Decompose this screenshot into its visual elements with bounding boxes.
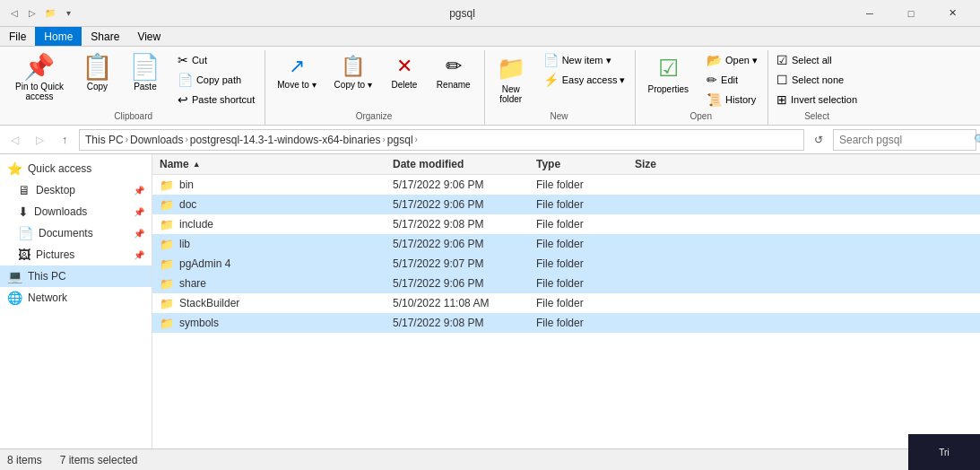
file-name-cell: 📁 share — [152, 277, 386, 291]
status-bar: 8 items 7 items selected — [0, 448, 980, 470]
history-button[interactable]: 📜 History — [702, 90, 762, 109]
delete-label: Delete — [391, 80, 417, 90]
paste-shortcut-button[interactable]: ↩ Paste shortcut — [173, 90, 259, 109]
table-row[interactable]: 📁 include 5/17/2022 9:08 PM File folder — [152, 214, 980, 234]
col-size[interactable]: Size — [628, 158, 699, 170]
sidebar-item-pictures[interactable]: 🖼 Pictures 📌 — [0, 244, 152, 265]
copy-to-label: Copy to ▾ — [334, 80, 372, 90]
breadcrumb-postgres[interactable]: postgresql-14.3-1-windows-x64-binaries — [190, 134, 381, 146]
search-box[interactable]: 🔍 — [833, 129, 976, 151]
open-label: Open — [639, 109, 762, 125]
edit-label: Edit — [721, 74, 738, 85]
select-all-icon: ☑ — [776, 53, 788, 67]
col-date[interactable]: Date modified — [386, 158, 529, 170]
quick-access-icon: ⭐ — [7, 161, 22, 176]
pin-label: Pin to Quickaccess — [15, 82, 64, 101]
up-button[interactable]: ↑ — [54, 129, 75, 151]
sidebar-item-this-pc[interactable]: 💻 This PC — [0, 265, 152, 287]
invert-selection-button[interactable]: ⊞ Invert selection — [772, 90, 862, 109]
new-folder-icon: 📁 — [497, 55, 525, 83]
table-row[interactable]: 📁 pgAdmin 4 5/17/2022 9:07 PM File folde… — [152, 254, 980, 274]
table-row[interactable]: 📁 lib 5/17/2022 9:06 PM File folder — [152, 234, 980, 254]
pin-quick-access-button[interactable]: 📌 Pin to Quickaccess — [7, 50, 72, 106]
file-type-cell: File folder — [529, 178, 628, 191]
back-icon: ◁ — [7, 6, 22, 21]
delete-button[interactable]: ✕ Delete — [382, 50, 427, 94]
file-name-cell: 📁 bin — [152, 178, 386, 192]
pictures-pin-icon: 📌 — [134, 250, 144, 260]
table-row[interactable]: 📁 StackBuilder 5/10/2022 11:08 AM File f… — [152, 293, 980, 313]
window-title: pgsql — [75, 7, 849, 20]
breadcrumb-pgsql[interactable]: pgsql — [387, 134, 413, 146]
search-icon: 🔍 — [974, 134, 980, 146]
select-all-label: Select all — [792, 55, 832, 65]
copy-path-button[interactable]: 📄 Copy path — [173, 70, 259, 90]
sidebar-item-network[interactable]: 🌐 Network — [0, 287, 152, 309]
search-input[interactable] — [839, 134, 974, 146]
menu-view[interactable]: View — [128, 27, 169, 46]
copy-button[interactable]: 📋 Copy — [74, 50, 121, 96]
menu-share[interactable]: Share — [82, 27, 128, 46]
close-button[interactable]: ✕ — [932, 0, 973, 27]
new-folder-button[interactable]: 📁 Newfolder — [489, 50, 533, 109]
col-name[interactable]: Name ▲ — [152, 158, 386, 170]
col-type[interactable]: Type — [529, 158, 628, 170]
sidebar-item-downloads[interactable]: ⬇ Downloads 📌 — [0, 201, 152, 222]
copy-path-icon: 📄 — [178, 73, 193, 87]
sidebar-item-desktop[interactable]: 🖥 Desktop 📌 — [0, 179, 152, 201]
file-date-cell: 5/17/2022 9:06 PM — [386, 178, 529, 191]
dropdown-icon: ▾ — [61, 6, 75, 21]
ribbon: 📌 Pin to Quickaccess 📋 Copy 📄 Paste ✂ Cu… — [0, 47, 980, 126]
back-button[interactable]: ◁ — [4, 129, 25, 151]
table-row[interactable]: 📁 doc 5/17/2022 9:06 PM File folder — [152, 195, 980, 214]
folder-icon: 📁 — [160, 218, 174, 231]
select-all-button[interactable]: ☑ Select all — [772, 50, 862, 70]
invert-selection-label: Invert selection — [791, 94, 857, 105]
menu-bar: File Home Share View — [0, 27, 980, 47]
documents-icon: 📄 — [18, 226, 33, 240]
table-row[interactable]: 📁 bin 5/17/2022 9:06 PM File folder — [152, 175, 980, 195]
file-type-cell: File folder — [529, 317, 628, 329]
refresh-button[interactable]: ↺ — [808, 129, 829, 151]
file-list[interactable]: Name ▲ Date modified Type Size 📁 bin 5/1… — [152, 154, 980, 448]
paste-button[interactable]: 📄 Paste — [123, 50, 168, 96]
breadcrumb-this-pc[interactable]: This PC — [85, 134, 124, 146]
documents-pin-icon: 📌 — [134, 229, 144, 239]
file-name-label: symbols — [179, 317, 219, 329]
breadcrumb-downloads[interactable]: Downloads — [130, 134, 183, 146]
copy-to-button[interactable]: 📋 Copy to ▾ — [326, 50, 380, 94]
select-label: Select — [772, 109, 862, 125]
sidebar-quick-access-label: Quick access — [28, 162, 91, 175]
new-item-button[interactable]: 📄 New item ▾ — [539, 50, 630, 70]
breadcrumb[interactable]: This PC › Downloads › postgresql-14.3-1-… — [79, 129, 804, 151]
select-none-button[interactable]: ☐ Select none — [772, 70, 862, 90]
file-date-cell: 5/17/2022 9:08 PM — [386, 218, 529, 231]
file-name-label: lib — [179, 238, 190, 250]
properties-button[interactable]: ☑ Properties — [639, 50, 697, 99]
ribbon-group-open: ☑ Properties 📂 Open ▾ ✏ Edit 📜 History O… — [636, 50, 768, 125]
menu-home[interactable]: Home — [35, 27, 82, 46]
edit-button[interactable]: ✏ Edit — [702, 70, 762, 90]
table-row[interactable]: 📁 symbols 5/17/2022 9:08 PM File folder — [152, 313, 980, 333]
paste-label: Paste — [134, 82, 157, 91]
this-pc-icon: 💻 — [7, 269, 22, 283]
cut-button[interactable]: ✂ Cut — [173, 50, 259, 70]
open-button[interactable]: 📂 Open ▾ — [702, 50, 762, 70]
menu-file[interactable]: File — [0, 27, 35, 46]
maximize-button[interactable]: □ — [890, 0, 932, 27]
forward-button[interactable]: ▷ — [29, 129, 50, 151]
sidebar-item-quick-access[interactable]: ⭐ Quick access — [0, 158, 152, 179]
sidebar-item-documents[interactable]: 📄 Documents 📌 — [0, 222, 152, 244]
file-name-cell: 📁 symbols — [152, 317, 386, 330]
table-row[interactable]: 📁 share 5/17/2022 9:06 PM File folder — [152, 274, 980, 293]
rename-button[interactable]: ✏ Rename — [429, 50, 479, 94]
copy-path-label: Copy path — [196, 74, 241, 85]
easy-access-button[interactable]: ⚡ Easy access ▾ — [539, 70, 630, 90]
file-name-label: StackBuilder — [179, 297, 239, 309]
select-small-btns: ☑ Select all ☐ Select none ⊞ Invert sele… — [772, 50, 862, 109]
col-size-label: Size — [635, 158, 656, 170]
file-type-cell: File folder — [529, 238, 628, 250]
move-to-button[interactable]: ↗ Move to ▾ — [269, 50, 324, 94]
minimize-button[interactable]: ─ — [849, 0, 890, 27]
file-type-cell: File folder — [529, 297, 628, 309]
